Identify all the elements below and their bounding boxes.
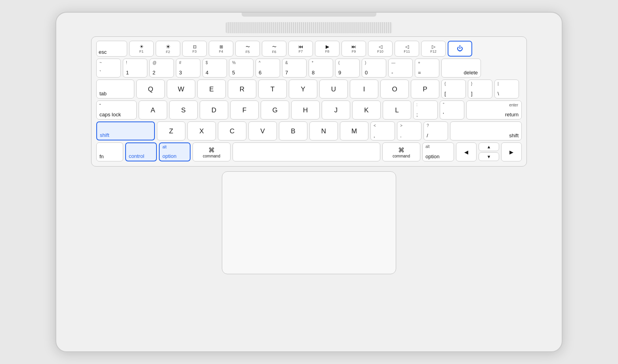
c-key[interactable]: C [218, 121, 246, 140]
z-key[interactable]: Z [157, 121, 185, 140]
0-key[interactable]: ) 0 [362, 59, 386, 78]
backslash-key[interactable]: | \ [494, 80, 519, 99]
g-key[interactable]: G [261, 100, 289, 119]
keyboard: esc ☀︎ F1 ☀ F2 ⊡ F3 ⊞ F4 〜 F5 [91, 36, 527, 167]
power-key[interactable]: ⏻ [448, 41, 472, 57]
f12-key[interactable]: ▷ F12 [421, 41, 446, 57]
laptop-hinge [242, 13, 376, 17]
f2-key[interactable]: ☀ F2 [156, 41, 180, 57]
5-key[interactable]: % 5 [229, 59, 254, 78]
equals-key[interactable]: + = [415, 59, 439, 78]
arrow-right-key[interactable]: ▶ [501, 142, 522, 161]
u-key[interactable]: U [319, 80, 348, 99]
f8-key[interactable]: ▶︎ F8 [315, 41, 340, 57]
quote-key[interactable]: " ' [440, 100, 464, 119]
command-left-key[interactable]: ⌘ command [193, 142, 231, 161]
k-key[interactable]: K [352, 100, 381, 119]
r-key[interactable]: R [228, 80, 256, 99]
f6-key[interactable]: 〜 F6 [262, 41, 286, 57]
d-key[interactable]: D [200, 100, 228, 119]
number-key-row: ~ ` ! 1 @ 2 # 3 $ 4 % 5 [96, 59, 522, 78]
arrow-up-key[interactable]: ▲ [479, 142, 499, 151]
fn-key-row: esc ☀︎ F1 ☀ F2 ⊡ F3 ⊞ F4 〜 F5 [96, 41, 522, 57]
f11-key[interactable]: ◁ F11 [395, 41, 419, 57]
option-right-key[interactable]: alt option [422, 142, 454, 161]
speaker-grille [226, 22, 392, 33]
control-key[interactable]: control [125, 142, 157, 161]
qwerty-key-row: tab Q W E R T Y U I O P { [ } ] | \ [96, 80, 522, 99]
command-right-key[interactable]: ⌘ command [382, 142, 420, 161]
8-key[interactable]: * 8 [309, 59, 333, 78]
delete-key[interactable]: delete [441, 59, 481, 78]
2-key[interactable]: @ 2 [149, 59, 174, 78]
enter-key[interactable]: enter return [466, 100, 522, 119]
capslock-key[interactable]: • caps lock [96, 100, 137, 119]
home-key-row: • caps lock A S D F G H J K L : ; " ' en… [96, 100, 522, 119]
trackpad[interactable] [222, 171, 396, 274]
slash-key[interactable]: ? / [423, 121, 448, 140]
b-key[interactable]: B [279, 121, 307, 140]
f7-key[interactable]: ⏮ F7 [288, 41, 313, 57]
f1-key[interactable]: ☀︎ F1 [129, 41, 154, 57]
semicolon-key[interactable]: : ; [413, 100, 438, 119]
f10-key[interactable]: ◁ F10 [368, 41, 393, 57]
period-key[interactable]: > . [397, 121, 422, 140]
arrow-down-key[interactable]: ▼ [479, 152, 499, 161]
q-key[interactable]: Q [136, 80, 165, 99]
fn-key[interactable]: fn [96, 142, 123, 161]
f3-key[interactable]: ⊡ F3 [182, 41, 207, 57]
close-bracket-key[interactable]: } ] [468, 80, 492, 99]
laptop-body: esc ☀︎ F1 ☀ F2 ⊡ F3 ⊞ F4 〜 F5 [55, 12, 563, 352]
x-key[interactable]: X [187, 121, 216, 140]
e-key[interactable]: E [197, 80, 226, 99]
4-key[interactable]: $ 4 [202, 59, 227, 78]
3-key[interactable]: # 3 [176, 59, 200, 78]
o-key[interactable]: O [380, 80, 409, 99]
n-key[interactable]: N [309, 121, 338, 140]
power-icon: ⏻ [457, 45, 463, 52]
v-key[interactable]: V [248, 121, 277, 140]
comma-key[interactable]: < , [370, 121, 395, 140]
shift-left-key[interactable]: shift [96, 121, 155, 140]
open-bracket-key[interactable]: { [ [441, 80, 466, 99]
space-key[interactable] [233, 142, 380, 161]
tab-key[interactable]: tab [96, 80, 134, 99]
shift-right-key[interactable]: shift [450, 121, 522, 140]
j-key[interactable]: J [322, 100, 350, 119]
esc-key[interactable]: esc [96, 41, 127, 57]
shift-key-row: shift Z X C V B N M < , > . ? / shift [96, 121, 522, 140]
h-key[interactable]: H [291, 100, 320, 119]
m-key[interactable]: M [340, 121, 368, 140]
arrow-up-down-container: ▲ ▼ [479, 142, 499, 161]
t-key[interactable]: T [258, 80, 287, 99]
w-key[interactable]: W [167, 80, 195, 99]
s-key[interactable]: S [169, 100, 198, 119]
i-key[interactable]: I [350, 80, 378, 99]
9-key[interactable]: ( 9 [335, 59, 360, 78]
f-key[interactable]: F [230, 100, 259, 119]
1-key[interactable]: ! 1 [123, 59, 147, 78]
p-key[interactable]: P [411, 80, 439, 99]
f5-key[interactable]: 〜 F5 [235, 41, 260, 57]
option-left-key[interactable]: alt option [159, 142, 191, 161]
f9-key[interactable]: ⏭ F9 [341, 41, 366, 57]
f4-key[interactable]: ⊞ F4 [209, 41, 233, 57]
6-key[interactable]: ^ 6 [256, 59, 280, 78]
tilde-key[interactable]: ~ ` [96, 59, 121, 78]
arrow-left-key[interactable]: ◀ [456, 142, 477, 161]
bottom-key-row: fn control alt option ⌘ command ⌘ comman… [96, 142, 522, 161]
y-key[interactable]: Y [289, 80, 317, 99]
minus-key[interactable]: — - [388, 59, 413, 78]
a-key[interactable]: A [139, 100, 167, 119]
7-key[interactable]: & 7 [282, 59, 307, 78]
l-key[interactable]: L [383, 100, 411, 119]
